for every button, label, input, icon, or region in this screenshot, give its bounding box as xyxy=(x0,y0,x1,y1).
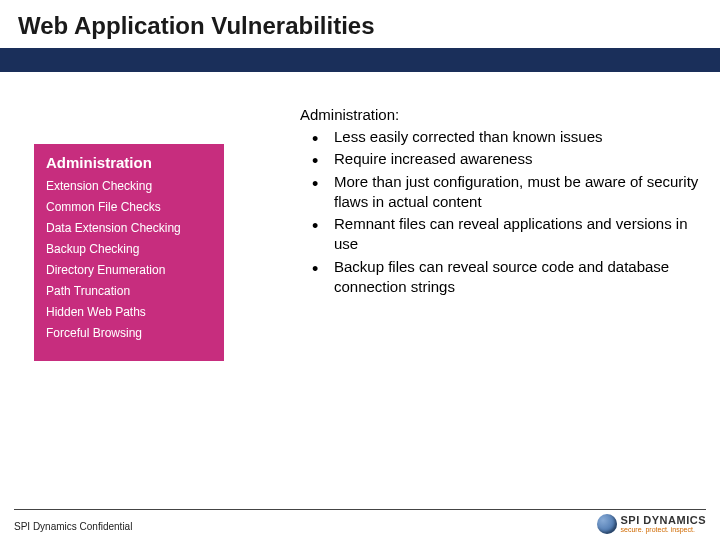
bullet-item: Backup files can reveal source code and … xyxy=(322,257,700,298)
bullet-item: Less easily corrected than known issues xyxy=(322,127,700,147)
logo-text: SPI DYNAMICS secure. protect. inspect. xyxy=(621,515,706,533)
bullet-item: Require increased awareness xyxy=(322,149,700,169)
footer-logo: SPI DYNAMICS secure. protect. inspect. xyxy=(597,514,706,534)
main-content: Administration: Less easily corrected th… xyxy=(300,106,700,299)
sidebar-item: Path Truncation xyxy=(46,284,212,299)
sidebar-heading: Administration xyxy=(46,154,212,171)
sidebar-item: Data Extension Checking xyxy=(46,221,212,236)
bullet-item: Remnant files can reveal applications an… xyxy=(322,214,700,255)
footer: SPI Dynamics Confidential SPI DYNAMICS s… xyxy=(0,509,720,534)
bullet-item: More than just configuration, must be aw… xyxy=(322,172,700,213)
bullet-list: Less easily corrected than known issues … xyxy=(300,127,700,297)
footer-confidential: SPI Dynamics Confidential xyxy=(14,521,132,532)
logo-main: SPI DYNAMICS xyxy=(621,515,706,526)
main-heading: Administration: xyxy=(300,106,700,123)
sidebar-item: Hidden Web Paths xyxy=(46,305,212,320)
sidebar-item: Directory Enumeration xyxy=(46,263,212,278)
sidebar-panel: Administration Extension Checking Common… xyxy=(34,144,224,361)
sidebar-item: Extension Checking xyxy=(46,179,212,194)
title-underline xyxy=(0,48,720,72)
logo-tagline: secure. protect. inspect. xyxy=(621,526,706,533)
logo-badge-icon xyxy=(597,514,617,534)
page-title: Web Application Vulnerabilities xyxy=(18,12,702,40)
sidebar-item: Backup Checking xyxy=(46,242,212,257)
content-area: Administration Extension Checking Common… xyxy=(0,72,720,452)
sidebar-item: Forceful Browsing xyxy=(46,326,212,341)
title-bar: Web Application Vulnerabilities xyxy=(0,0,720,44)
sidebar-item: Common File Checks xyxy=(46,200,212,215)
footer-rule xyxy=(14,509,706,510)
